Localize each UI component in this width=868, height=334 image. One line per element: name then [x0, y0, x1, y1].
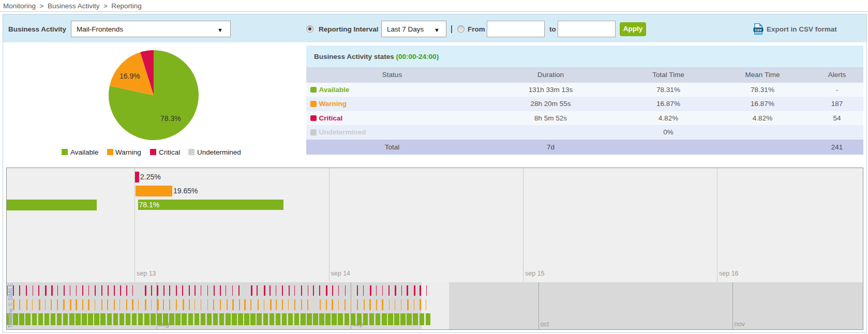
svg-text:csv: csv — [755, 27, 762, 32]
